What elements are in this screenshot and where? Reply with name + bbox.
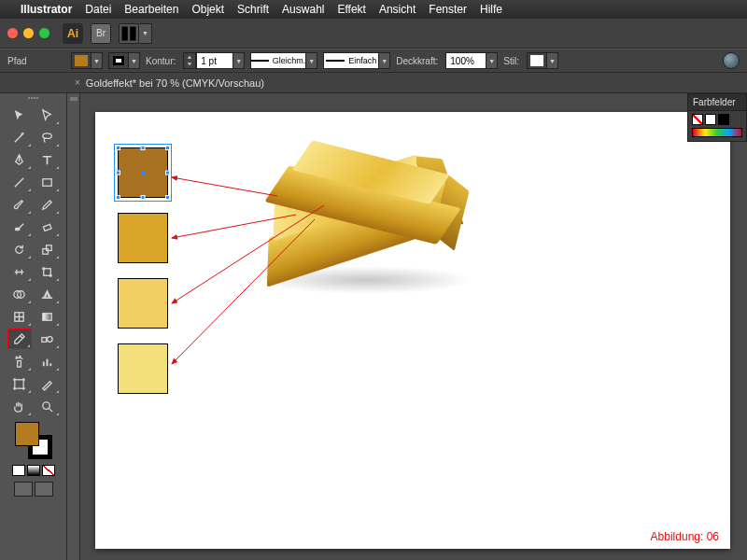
- width-tool[interactable]: [7, 261, 32, 282]
- chevron-down-icon[interactable]: ▼: [486, 52, 498, 69]
- sample-swatch-3[interactable]: [118, 278, 168, 329]
- selection-handle[interactable]: [141, 195, 146, 200]
- selection-handle[interactable]: [116, 195, 120, 200]
- swatches-panel[interactable]: Farbfelder: [687, 93, 747, 142]
- normal-screen-mode[interactable]: [14, 482, 33, 497]
- type-tool[interactable]: [35, 149, 60, 170]
- opacity-input[interactable]: 100% ▼: [445, 52, 498, 69]
- blend-tool[interactable]: [35, 329, 60, 349]
- menu-datei[interactable]: Datei: [85, 3, 111, 16]
- chevron-down-icon[interactable]: ▼: [379, 52, 390, 69]
- stroke-weight-stepper[interactable]: 1 pt ▼: [183, 52, 245, 69]
- menu-effekt[interactable]: Effekt: [337, 3, 365, 16]
- rotate-tool[interactable]: [7, 239, 32, 259]
- none-mode[interactable]: [42, 465, 55, 476]
- app-menu[interactable]: Illustrator: [21, 3, 72, 16]
- sample-swatch-4[interactable]: [118, 343, 168, 394]
- swatch-spectrum[interactable]: [692, 128, 742, 137]
- fill-stroke-indicator[interactable]: [15, 422, 52, 459]
- color-mode[interactable]: [12, 465, 25, 476]
- gradient-tool[interactable]: [35, 306, 60, 327]
- chevron-down-icon[interactable]: ▼: [306, 52, 317, 69]
- selection-handle[interactable]: [141, 146, 146, 150]
- main-area: Abbildung: 06 Farbfelder: [0, 93, 747, 560]
- stroke-weight-value[interactable]: 1 pt: [196, 52, 233, 69]
- graphic-style-control[interactable]: ▼: [527, 52, 558, 69]
- eraser-tool[interactable]: [35, 217, 60, 237]
- selection-tool[interactable]: [7, 105, 32, 125]
- menu-bearbeiten[interactable]: Bearbeiten: [124, 3, 178, 16]
- rectangle-tool[interactable]: [35, 172, 60, 192]
- artboard[interactable]: Abbildung: 06: [95, 112, 730, 549]
- chevron-down-icon[interactable]: ▼: [129, 52, 140, 69]
- chevron-down-icon[interactable]: ▼: [92, 52, 103, 69]
- eyedropper-tool[interactable]: [7, 329, 32, 349]
- variable-width-profile[interactable]: Gleichm. ▼: [250, 52, 317, 69]
- menu-fenster[interactable]: Fenster: [429, 3, 467, 16]
- brush-definition[interactable]: Einfach ▼: [323, 52, 390, 69]
- fill-indicator[interactable]: [15, 422, 39, 446]
- close-icon[interactable]: ×: [75, 77, 80, 88]
- paintbrush-tool[interactable]: [7, 194, 32, 215]
- magic-wand-tool[interactable]: [7, 127, 32, 147]
- panel-grip[interactable]: [20, 97, 48, 101]
- hand-tool[interactable]: [7, 396, 32, 416]
- document-tab-title[interactable]: Goldeffekt* bei 70 % (CMYK/Vorschau): [86, 77, 264, 89]
- blob-brush-tool[interactable]: [7, 217, 32, 237]
- mac-menu-bar: Illustrator Datei Bearbeiten Objekt Schr…: [0, 0, 747, 19]
- anchor-point: [141, 171, 145, 175]
- panel-title[interactable]: Farbfelder: [688, 94, 746, 111]
- chevron-down-icon[interactable]: ▼: [233, 52, 245, 69]
- perspective-grid-tool[interactable]: [35, 284, 60, 304]
- arrange-documents[interactable]: ▼: [119, 23, 152, 44]
- svg-point-22: [20, 356, 21, 357]
- window-title-bar: Ai Br ▼: [0, 19, 747, 49]
- menu-schrift[interactable]: Schrift: [237, 3, 269, 16]
- chevron-down-icon[interactable]: ▼: [547, 52, 558, 69]
- document-setup-icon[interactable]: [723, 52, 740, 69]
- column-graph-tool[interactable]: [35, 351, 60, 371]
- menu-objekt[interactable]: Objekt: [191, 3, 224, 16]
- sample-swatch-2[interactable]: [118, 213, 168, 263]
- sample-swatch-1[interactable]: [118, 147, 168, 198]
- stroke-color-control[interactable]: ▼: [108, 52, 140, 69]
- window-close[interactable]: [7, 28, 18, 38]
- selection-handle[interactable]: [116, 171, 120, 175]
- symbol-sprayer-tool[interactable]: [7, 351, 32, 371]
- lasso-tool[interactable]: [35, 127, 60, 147]
- direct-selection-tool[interactable]: [35, 105, 60, 125]
- swatch-none[interactable]: [692, 114, 703, 125]
- swatch-white[interactable]: [705, 114, 716, 125]
- shape-builder-tool[interactable]: [7, 284, 32, 304]
- scale-tool[interactable]: [35, 239, 60, 259]
- menu-hilfe[interactable]: Hilfe: [480, 3, 502, 16]
- pen-tool[interactable]: [7, 149, 32, 170]
- pencil-tool[interactable]: [35, 194, 60, 215]
- swatch-black[interactable]: [718, 114, 729, 125]
- svg-rect-17: [43, 313, 51, 320]
- artboard-tool[interactable]: [7, 373, 32, 394]
- line-tool[interactable]: [7, 172, 32, 192]
- zoom-tool[interactable]: [35, 396, 60, 416]
- selection-handle[interactable]: [165, 171, 170, 175]
- selection-handle[interactable]: [165, 195, 170, 200]
- svg-point-3: [43, 133, 51, 138]
- full-screen-mode[interactable]: [35, 482, 53, 497]
- mesh-tool[interactable]: [7, 306, 32, 327]
- canvas-area[interactable]: Abbildung: 06 Farbfelder: [67, 93, 747, 560]
- selection-handle[interactable]: [116, 146, 120, 150]
- style-label: Stil:: [503, 56, 519, 66]
- slice-tool[interactable]: [35, 373, 60, 394]
- window-minimize[interactable]: [23, 28, 34, 38]
- gradient-mode[interactable]: [27, 465, 40, 476]
- menu-ansicht[interactable]: Ansicht: [379, 3, 416, 16]
- fill-color-control[interactable]: ▼: [71, 52, 103, 69]
- window-zoom[interactable]: [39, 28, 49, 38]
- menu-auswahl[interactable]: Auswahl: [282, 3, 324, 16]
- opacity-value[interactable]: 100%: [445, 52, 486, 69]
- free-transform-tool[interactable]: [35, 261, 60, 282]
- bridge-button[interactable]: Br: [91, 23, 111, 44]
- selection-handle[interactable]: [165, 146, 170, 150]
- svg-point-2: [22, 133, 23, 133]
- collapsed-panel-dock[interactable]: [67, 93, 80, 560]
